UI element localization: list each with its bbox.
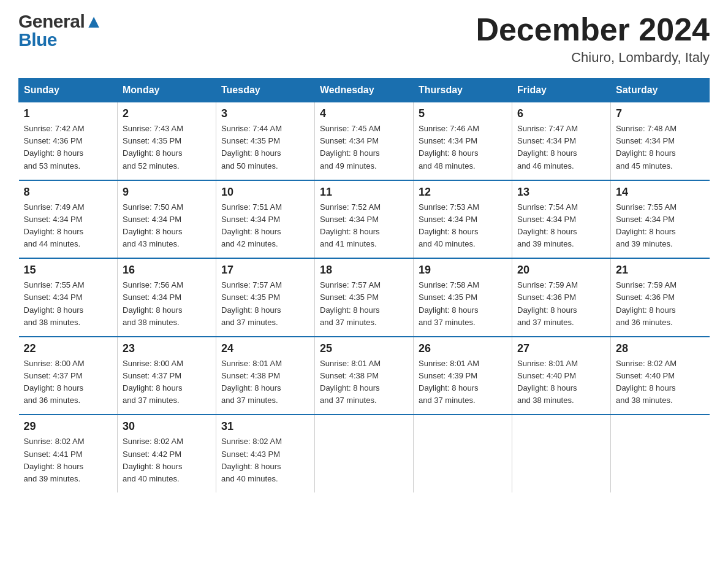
day-info: Sunrise: 8:02 AMSunset: 4:43 PMDaylight:… [221,435,309,485]
calendar-day-cell: 14 Sunrise: 7:55 AMSunset: 4:34 PMDaylig… [611,180,710,259]
day-number: 17 [221,264,309,277]
col-saturday: Saturday [611,79,710,102]
calendar-day-cell [512,415,611,492]
day-info: Sunrise: 7:49 AMSunset: 4:34 PMDaylight:… [24,201,113,251]
day-info: Sunrise: 8:02 AMSunset: 4:42 PMDaylight:… [123,435,211,485]
calendar-day-cell: 8 Sunrise: 7:49 AMSunset: 4:34 PMDayligh… [19,180,118,259]
day-info: Sunrise: 7:55 AMSunset: 4:34 PMDaylight:… [24,279,113,329]
day-number: 24 [221,342,309,355]
calendar-day-cell: 13 Sunrise: 7:54 AMSunset: 4:34 PMDaylig… [512,180,611,259]
calendar-day-cell: 7 Sunrise: 7:48 AMSunset: 4:34 PMDayligh… [611,102,710,180]
day-info: Sunrise: 7:53 AMSunset: 4:34 PMDaylight:… [419,201,507,251]
day-number: 22 [24,342,113,355]
day-number: 2 [123,107,211,120]
day-info: Sunrise: 8:02 AMSunset: 4:40 PMDaylight:… [616,358,705,407]
day-number: 1 [24,107,113,120]
calendar-day-cell: 31 Sunrise: 8:02 AMSunset: 4:43 PMDaylig… [216,415,315,492]
calendar-day-cell: 26 Sunrise: 8:01 AMSunset: 4:39 PMDaylig… [414,337,512,415]
calendar-day-cell: 2 Sunrise: 7:43 AMSunset: 4:35 PMDayligh… [118,102,216,180]
day-number: 21 [616,264,705,277]
calendar-day-cell: 23 Sunrise: 8:00 AMSunset: 4:37 PMDaylig… [118,337,216,415]
day-info: Sunrise: 7:57 AMSunset: 4:35 PMDaylight:… [320,279,408,329]
day-info: Sunrise: 8:00 AMSunset: 4:37 PMDaylight:… [123,358,211,407]
day-number: 12 [419,186,507,199]
calendar-day-cell: 25 Sunrise: 8:01 AMSunset: 4:38 PMDaylig… [315,337,414,415]
day-info: Sunrise: 7:42 AMSunset: 4:36 PMDaylight:… [24,123,113,172]
calendar-table: Sunday Monday Tuesday Wednesday Thursday… [18,78,710,492]
day-number: 18 [320,264,408,277]
calendar-day-cell: 6 Sunrise: 7:47 AMSunset: 4:34 PMDayligh… [512,102,611,180]
day-info: Sunrise: 7:54 AMSunset: 4:34 PMDaylight:… [517,201,605,251]
day-number: 27 [517,342,605,355]
day-info: Sunrise: 8:01 AMSunset: 4:40 PMDaylight:… [517,358,605,407]
day-info: Sunrise: 7:58 AMSunset: 4:35 PMDaylight:… [419,279,507,329]
calendar-day-cell: 4 Sunrise: 7:45 AMSunset: 4:34 PMDayligh… [315,102,414,180]
day-number: 5 [419,107,507,120]
calendar-day-cell: 22 Sunrise: 8:00 AMSunset: 4:37 PMDaylig… [19,337,118,415]
calendar-day-cell: 9 Sunrise: 7:50 AMSunset: 4:34 PMDayligh… [118,180,216,259]
day-number: 20 [517,264,605,277]
calendar-day-cell: 28 Sunrise: 8:02 AMSunset: 4:40 PMDaylig… [611,337,710,415]
day-number: 26 [419,342,507,355]
day-number: 7 [616,107,705,120]
calendar-day-cell: 21 Sunrise: 7:59 AMSunset: 4:36 PMDaylig… [611,258,710,337]
day-number: 28 [616,342,705,355]
calendar-week-row: 1 Sunrise: 7:42 AMSunset: 4:36 PMDayligh… [19,102,710,180]
calendar-day-cell: 3 Sunrise: 7:44 AMSunset: 4:35 PMDayligh… [216,102,315,180]
calendar-week-row: 22 Sunrise: 8:00 AMSunset: 4:37 PMDaylig… [19,337,710,415]
day-number: 16 [123,264,211,277]
day-number: 19 [419,264,507,277]
day-number: 4 [320,107,408,120]
day-info: Sunrise: 7:44 AMSunset: 4:35 PMDaylight:… [221,123,309,172]
day-number: 13 [517,186,605,199]
day-info: Sunrise: 7:50 AMSunset: 4:34 PMDaylight:… [123,201,211,251]
day-number: 8 [24,186,113,199]
logo-bottom-text: Blue [18,31,102,49]
col-friday: Friday [512,79,611,102]
calendar-day-cell [315,415,414,492]
day-info: Sunrise: 7:47 AMSunset: 4:34 PMDaylight:… [517,123,605,172]
day-info: Sunrise: 8:00 AMSunset: 4:37 PMDaylight:… [24,358,113,407]
col-thursday: Thursday [414,79,512,102]
col-monday: Monday [118,79,216,102]
day-info: Sunrise: 7:55 AMSunset: 4:34 PMDaylight:… [616,201,705,251]
day-info: Sunrise: 7:59 AMSunset: 4:36 PMDaylight:… [517,279,605,329]
day-number: 10 [221,186,309,199]
calendar-day-cell: 20 Sunrise: 7:59 AMSunset: 4:36 PMDaylig… [512,258,611,337]
day-info: Sunrise: 7:48 AMSunset: 4:34 PMDaylight:… [616,123,705,172]
day-number: 15 [24,264,113,277]
calendar-day-cell: 17 Sunrise: 7:57 AMSunset: 4:35 PMDaylig… [216,258,315,337]
day-number: 23 [123,342,211,355]
day-number: 11 [320,186,408,199]
day-info: Sunrise: 8:01 AMSunset: 4:38 PMDaylight:… [221,358,309,407]
day-number: 9 [123,186,211,199]
calendar-header-row: Sunday Monday Tuesday Wednesday Thursday… [19,79,710,102]
day-info: Sunrise: 7:59 AMSunset: 4:36 PMDaylight:… [616,279,705,329]
day-info: Sunrise: 7:56 AMSunset: 4:34 PMDaylight:… [123,279,211,329]
calendar-day-cell: 1 Sunrise: 7:42 AMSunset: 4:36 PMDayligh… [19,102,118,180]
logo: General▲ Blue [18,12,102,49]
day-info: Sunrise: 8:02 AMSunset: 4:41 PMDaylight:… [24,435,113,485]
calendar-day-cell: 16 Sunrise: 7:56 AMSunset: 4:34 PMDaylig… [118,258,216,337]
calendar-day-cell: 15 Sunrise: 7:55 AMSunset: 4:34 PMDaylig… [19,258,118,337]
day-number: 14 [616,186,705,199]
col-sunday: Sunday [19,79,118,102]
day-info: Sunrise: 7:43 AMSunset: 4:35 PMDaylight:… [123,123,211,172]
day-info: Sunrise: 7:45 AMSunset: 4:34 PMDaylight:… [320,123,408,172]
day-number: 29 [24,420,113,433]
day-number: 6 [517,107,605,120]
calendar-week-row: 29 Sunrise: 8:02 AMSunset: 4:41 PMDaylig… [19,415,710,492]
calendar-day-cell: 27 Sunrise: 8:01 AMSunset: 4:40 PMDaylig… [512,337,611,415]
calendar-day-cell: 19 Sunrise: 7:58 AMSunset: 4:35 PMDaylig… [414,258,512,337]
calendar-day-cell: 30 Sunrise: 8:02 AMSunset: 4:42 PMDaylig… [118,415,216,492]
col-wednesday: Wednesday [315,79,414,102]
calendar-day-cell [611,415,710,492]
calendar-day-cell: 18 Sunrise: 7:57 AMSunset: 4:35 PMDaylig… [315,258,414,337]
calendar-title-block: December 2024 Chiuro, Lombardy, Italy [476,12,710,66]
day-info: Sunrise: 8:01 AMSunset: 4:39 PMDaylight:… [419,358,507,407]
calendar-day-cell: 12 Sunrise: 7:53 AMSunset: 4:34 PMDaylig… [414,180,512,259]
day-number: 25 [320,342,408,355]
day-info: Sunrise: 8:01 AMSunset: 4:38 PMDaylight:… [320,358,408,407]
calendar-week-row: 8 Sunrise: 7:49 AMSunset: 4:34 PMDayligh… [19,180,710,259]
day-info: Sunrise: 7:46 AMSunset: 4:34 PMDaylight:… [419,123,507,172]
